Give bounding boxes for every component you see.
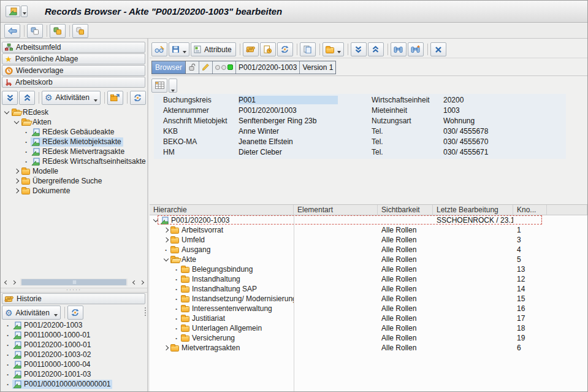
expand-all-button[interactable] (351, 42, 367, 56)
collapse-node-icon[interactable] (151, 220, 160, 221)
tree-item-akten[interactable]: Akten (1, 117, 147, 127)
expand-node-icon[interactable] (162, 228, 170, 232)
window-menu-dropdown[interactable] (21, 6, 28, 17)
hierarchy-row-interessentenverwaltung[interactable]: ·InteressentenverwaltungAlle Rollen16 (150, 304, 587, 313)
collapse-all-button[interactable] (19, 91, 35, 105)
expand-node-icon[interactable] (12, 189, 21, 193)
row-content[interactable]: P00120200-1003-02 (12, 350, 93, 359)
hierarchy-row-arbeitsvorrat[interactable]: ArbeitsvorratAlle Rollen1 (150, 225, 587, 235)
hierarchy-row-instandhaltung[interactable]: ·InstandhaltungAlle Rollen12 (150, 274, 587, 284)
hierarchy-row-justitiariat[interactable]: ·JustitiariatAlle Rollen17 (150, 313, 587, 323)
collapse-node-icon[interactable] (2, 112, 11, 113)
hierarchy-cell[interactable]: ·Instandhaltung (150, 275, 294, 284)
attribute-button[interactable]: Attribute (191, 42, 236, 56)
hierarchy-cell[interactable]: ·Justitiariat (150, 314, 294, 323)
save-button[interactable] (169, 42, 189, 56)
hierarchy-cell[interactable]: ·Instandhaltung SAP (150, 285, 294, 294)
hierarchy-row-p001-20200-1003[interactable]: P001/20200-1003SSCHOENROCK / 23.11.... (150, 215, 587, 225)
row-content[interactable]: P00120200-1001-03 (12, 370, 93, 379)
hierarchy-cell[interactable]: Mietvertragsakten (150, 344, 294, 352)
hierarchy-row-versicherung[interactable]: ·VersicherungAlle Rollen19 (150, 333, 587, 343)
folder-new-button[interactable] (107, 91, 123, 105)
row-content[interactable]: P00110000-1000-01 (12, 331, 93, 340)
tree-item-redesk[interactable]: REdesk (1, 107, 147, 117)
column-header-kno[interactable]: Kno... (513, 205, 547, 215)
column-header-sichtbarkeit[interactable]: Sichtbarkeit (378, 205, 433, 215)
expand-node-icon[interactable] (162, 346, 170, 350)
row-content[interactable]: Modelle (21, 167, 60, 176)
row-content[interactable]: Übergreifende Suche (21, 177, 104, 186)
row-content[interactable]: REdesk (11, 108, 50, 117)
column-header-hierarchie[interactable]: Hierarchie (150, 205, 294, 215)
row-content[interactable]: P00110000-1000-04 (12, 360, 93, 369)
hierarchy-row-akte[interactable]: AkteAlle Rollen5 (150, 255, 587, 264)
row-content[interactable]: P00120200-1000-01 (12, 340, 93, 350)
hierarchy-cell[interactable]: ·Interessentenverwaltung (150, 304, 294, 313)
history-item-p00120200-1000-01[interactable]: ·P00120200-1000-01 (2, 340, 147, 350)
tree-item-dokumente[interactable]: Dokumente (1, 186, 147, 196)
tree-item-bergreifende-suche[interactable]: Übergreifende Suche (1, 176, 147, 186)
hierarchy-cell[interactable]: Akte (150, 255, 294, 264)
row-content[interactable]: Akten (21, 118, 53, 127)
refresh-button[interactable] (130, 91, 146, 105)
row-content[interactable]: P001/20200-1003 (12, 321, 84, 330)
find-next-button[interactable] (408, 42, 424, 56)
folder-button[interactable] (323, 42, 344, 56)
hierarchy-cell[interactable]: ·Belegungsbindung (150, 265, 294, 274)
sidebar-item-pers-nliche-ablage[interactable]: ★Persönliche Ablage (2, 53, 145, 64)
expand-node-icon[interactable] (162, 238, 170, 242)
close-button[interactable] (430, 42, 446, 56)
resize-grip[interactable] (145, 307, 146, 316)
row-content[interactable]: REdesk Mietvertragsakte (31, 147, 126, 156)
collapse-all-button[interactable] (368, 42, 384, 56)
refresh-button[interactable] (277, 42, 293, 56)
history-item-p001-20200-1003[interactable]: ·P001/20200-1003 (2, 320, 147, 330)
hierarchy-row-mietvertragsakten[interactable]: MietvertragsaktenAlle Rollen6 (150, 343, 587, 353)
session-new-button[interactable] (50, 24, 66, 38)
row-content[interactable]: P001/00010000/00000001 (12, 380, 112, 389)
hierarchy-row-instandhaltung-sap[interactable]: ·Instandhaltung SAPAlle Rollen14 (150, 284, 587, 294)
tree-item-redesk-mietvertragsakte[interactable]: ·REdesk Mietvertragsakte (1, 147, 147, 156)
hierarchy-row-umfeld[interactable]: UmfeldAlle Rollen3 (150, 235, 587, 245)
scroll-right-button[interactable] (10, 279, 18, 286)
activities-button[interactable]: ⚙Aktivitäten (2, 306, 61, 320)
hierarchy-cell[interactable]: ·Unterlagen Allgemein (150, 324, 294, 333)
tree-item-redesk-wirtschaftseinheitsakte[interactable]: ·REdesk Wirtschaftseinheitsakte (1, 156, 147, 166)
scroll-button[interactable] (243, 42, 259, 56)
hierarchy-cell[interactable]: Umfeld (150, 236, 294, 244)
row-content[interactable]: REdesk Mietobjektsakte (31, 137, 123, 147)
history-item-p00120200-1003-02[interactable]: ·P00120200-1003-02 (2, 350, 147, 359)
hierarchy-row-instandsetzung-modernisierung[interactable]: ·Instandsetzung/ ModernisierungAlle Roll… (150, 294, 587, 304)
hierarchy-row-unterlagen-allgemein[interactable]: ·Unterlagen AllgemeinAlle Rollen18 (150, 323, 587, 333)
column-header-letzte-bearbeitung[interactable]: Letzte Bearbeitung (433, 205, 513, 215)
history-item-p00120200-1001-03[interactable]: ·P00120200-1001-03 (2, 369, 147, 379)
row-content[interactable]: REdesk Wirtschaftseinheitsakte (31, 157, 147, 166)
sidebar-item-wiedervorlage[interactable]: Wiedervorlage (2, 65, 145, 76)
panel-splitter[interactable]: ····· (1, 288, 147, 293)
back-button[interactable] (4, 24, 20, 38)
row-content[interactable]: REdesk Gebäudeakte (31, 128, 116, 137)
session-button[interactable] (72, 24, 88, 38)
history-item-p00110000-1000-01[interactable]: ·P00110000-1000-01 (2, 330, 147, 340)
column-header-elementart[interactable]: Elementart (294, 205, 378, 215)
scrollbar-track[interactable] (20, 279, 128, 286)
table-layout-button[interactable] (151, 79, 167, 93)
edit-button[interactable] (199, 61, 213, 74)
history-item-p001-00010000-00000001[interactable]: ·P001/00010000/00000001 (2, 379, 147, 389)
expand-node-icon[interactable] (12, 169, 21, 173)
sidebar-item-arbeitskorb[interactable]: Arbeitskorb (2, 77, 145, 88)
history-item-p00110000-1000-04[interactable]: ·P00110000-1000-04 (2, 359, 147, 369)
hierarchy-cell[interactable]: ·Versicherung (150, 334, 294, 343)
tree-item-modelle[interactable]: Modelle (1, 166, 147, 176)
hierarchy-row-ausgang[interactable]: ·AusgangAlle Rollen4 (150, 245, 587, 255)
scroll-left-button[interactable] (2, 279, 9, 286)
sidebar-item-arbeitsumfeld[interactable]: Arbeitsumfeld (2, 42, 145, 53)
find-button[interactable] (391, 42, 407, 56)
hierarchy-cell[interactable]: Arbeitsvorrat (150, 226, 294, 234)
display-change-button[interactable] (151, 42, 167, 56)
expand-all-button[interactable] (2, 91, 18, 105)
scroll-left-button-2[interactable] (130, 279, 137, 286)
historie-header[interactable]: Historie (2, 293, 145, 304)
browser-view-button[interactable]: Browser (152, 61, 186, 74)
activities-button[interactable]: ⚙Aktivitäten (42, 91, 101, 105)
